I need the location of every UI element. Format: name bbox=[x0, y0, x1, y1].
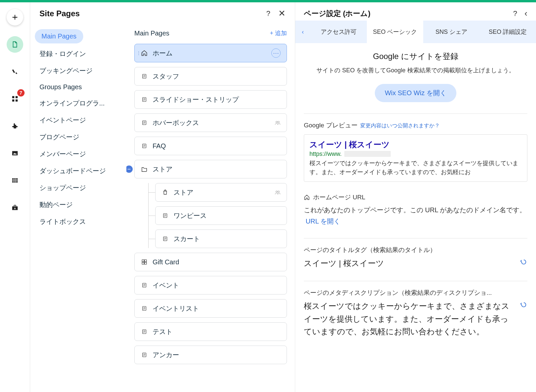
svg-point-15 bbox=[278, 191, 280, 193]
page-row[interactable]: イベントリスト bbox=[134, 299, 287, 318]
category-item[interactable]: イベントページ bbox=[35, 112, 124, 129]
undo-icon bbox=[520, 301, 527, 308]
help-button[interactable]: ? bbox=[513, 9, 517, 18]
page-row-folder[interactable]: − ストア bbox=[134, 160, 287, 178]
page-icon bbox=[162, 236, 169, 242]
page-icon bbox=[141, 352, 148, 358]
category-item[interactable]: ダッシュボードページ bbox=[35, 163, 124, 179]
tool-rail: 7 A bbox=[0, 2, 30, 392]
add-page-button[interactable]: + 追加 bbox=[270, 29, 287, 37]
page-row[interactable]: スタッフ bbox=[134, 67, 287, 86]
page-row[interactable]: イベント bbox=[134, 276, 287, 294]
add-button[interactable] bbox=[7, 9, 23, 26]
homepage-url-label: ホームページ URL bbox=[304, 193, 527, 202]
settings-title: ページ設定 (ホーム) bbox=[304, 9, 370, 19]
page-row[interactable]: ストア bbox=[155, 183, 287, 202]
preview-url-redacted bbox=[344, 151, 391, 157]
site-pages-panel: Site Pages ? ✕ Main Pages 登録・ログイン ブッキングペ… bbox=[30, 2, 295, 392]
svg-rect-2 bbox=[12, 99, 14, 101]
collapse-toggle[interactable]: − bbox=[126, 165, 133, 173]
category-item[interactable]: 登録・ログイン bbox=[35, 45, 124, 62]
tab-sns-share[interactable]: SNS シェア bbox=[423, 21, 480, 43]
site-pages-header: Site Pages ? ✕ bbox=[30, 2, 295, 25]
addons-button[interactable] bbox=[7, 118, 23, 134]
svg-rect-3 bbox=[16, 99, 18, 101]
category-item[interactable]: メンバーページ bbox=[35, 146, 124, 163]
svg-rect-19 bbox=[145, 260, 147, 262]
page-label: ストア bbox=[173, 188, 275, 197]
help-button[interactable]: ? bbox=[266, 9, 270, 18]
category-item[interactable]: 動的ページ bbox=[35, 196, 124, 213]
tab-seo-advanced[interactable]: SEO 詳細設定 bbox=[480, 21, 536, 43]
close-button[interactable]: ✕ bbox=[278, 8, 286, 19]
category-item[interactable]: ブログページ bbox=[35, 129, 124, 146]
page-label: スタッフ bbox=[153, 72, 281, 81]
page-icon bbox=[141, 97, 148, 102]
google-preview: スイーツ | 桜スイーツ https://www. 桜スイーツではクッキーからケ… bbox=[304, 134, 527, 182]
page-icon bbox=[162, 213, 169, 219]
revert-title-button[interactable] bbox=[520, 257, 527, 266]
svg-point-11 bbox=[276, 121, 278, 123]
category-item[interactable]: ショップページ bbox=[35, 179, 124, 196]
page-row[interactable]: ホバーボックス bbox=[134, 113, 287, 132]
category-item[interactable]: ライトボックス bbox=[35, 213, 124, 230]
homepage-url-desc: これがあなたのトップページです。この URL があなたのドメイン名です。 URL… bbox=[304, 204, 527, 227]
page-label: ワンピース bbox=[173, 211, 281, 220]
page-actions-button[interactable]: ⋯ bbox=[271, 48, 281, 58]
page-label: スカート bbox=[173, 234, 281, 243]
drag-handle-icon[interactable]: ⋮⋮ bbox=[137, 51, 144, 55]
page-row[interactable]: スカート bbox=[155, 229, 287, 248]
svg-rect-5 bbox=[12, 178, 18, 183]
page-label: FAQ bbox=[153, 142, 281, 150]
page-row[interactable]: スライドショー・ストリップ bbox=[134, 90, 287, 109]
preview-description: 桜スイーツではクッキーからケーキまで、さまざまなスイーツを提供しています。また、… bbox=[309, 159, 522, 177]
list-title: Main Pages bbox=[134, 30, 169, 37]
home-icon bbox=[304, 194, 310, 200]
tab-permissions[interactable]: アクセス許可 bbox=[310, 21, 367, 43]
tab-seo-basic[interactable]: SEO ベーシック bbox=[367, 21, 423, 43]
page-row[interactable]: ワンピース bbox=[155, 206, 287, 225]
business-button[interactable]: A bbox=[7, 199, 23, 216]
panel-title: Site Pages bbox=[39, 9, 80, 18]
page-icon bbox=[141, 143, 148, 149]
page-label: スライドショー・ストリップ bbox=[153, 95, 281, 104]
apps-button[interactable]: 7 bbox=[7, 91, 23, 107]
preview-url: https://www. bbox=[309, 151, 522, 158]
pages-button[interactable] bbox=[7, 36, 23, 53]
category-item[interactable]: Groups Pages bbox=[35, 79, 124, 95]
tabs-scroll-left[interactable]: ‹ bbox=[295, 21, 310, 43]
seo-wiz-button[interactable]: Wix SEO Wiz を開く bbox=[375, 84, 456, 102]
page-row[interactable]: アンカー bbox=[134, 346, 287, 364]
media-button[interactable] bbox=[7, 145, 23, 162]
category-item[interactable]: オンラインプログラ... bbox=[35, 95, 124, 112]
category-main-pages[interactable]: Main Pages bbox=[35, 29, 83, 43]
preview-label: Google プレビュー bbox=[304, 122, 358, 129]
title-tag-value[interactable]: スイーツ | 桜スイーツ bbox=[304, 257, 384, 270]
page-row-home[interactable]: ⋮⋮ ホーム ⋯ bbox=[134, 44, 287, 62]
settings-tabs: ‹ アクセス許可 SEO ベーシック SNS シェア SEO 詳細設定 bbox=[295, 21, 536, 43]
back-button[interactable]: ‹ bbox=[524, 8, 527, 19]
data-button[interactable] bbox=[7, 172, 23, 189]
top-accent-bar bbox=[0, 0, 536, 2]
page-row[interactable]: Gift Card bbox=[134, 253, 287, 271]
open-url-link[interactable]: URL を開く bbox=[306, 218, 341, 225]
svg-rect-4 bbox=[12, 151, 18, 156]
image-icon bbox=[11, 150, 19, 157]
title-tag-label: ページのタイトルタグ（検索結果のタイトル） bbox=[304, 246, 527, 254]
revert-desc-button[interactable] bbox=[520, 300, 527, 308]
meta-desc-value[interactable]: 桜スイーツではクッキーからケーキまで、さまざまなスイーツを提供しています。また、… bbox=[304, 300, 515, 338]
shop-icon bbox=[162, 189, 169, 195]
page-icon bbox=[141, 120, 148, 126]
briefcase-icon: A bbox=[11, 204, 19, 211]
page-label: ストア bbox=[153, 165, 281, 174]
preview-help-link[interactable]: 変更内容はいつ公開されますか？ bbox=[360, 123, 440, 128]
page-row[interactable]: テスト bbox=[134, 322, 287, 341]
page-icon bbox=[141, 329, 148, 335]
page-row[interactable]: FAQ bbox=[134, 137, 287, 155]
preview-title: スイーツ | 桜スイーツ bbox=[309, 139, 522, 150]
category-item[interactable]: ブッキングページ bbox=[35, 62, 124, 79]
svg-rect-18 bbox=[142, 260, 144, 262]
preview-url-prefix: https://www. bbox=[309, 151, 342, 158]
svg-rect-20 bbox=[142, 262, 144, 264]
design-button[interactable] bbox=[7, 63, 23, 80]
